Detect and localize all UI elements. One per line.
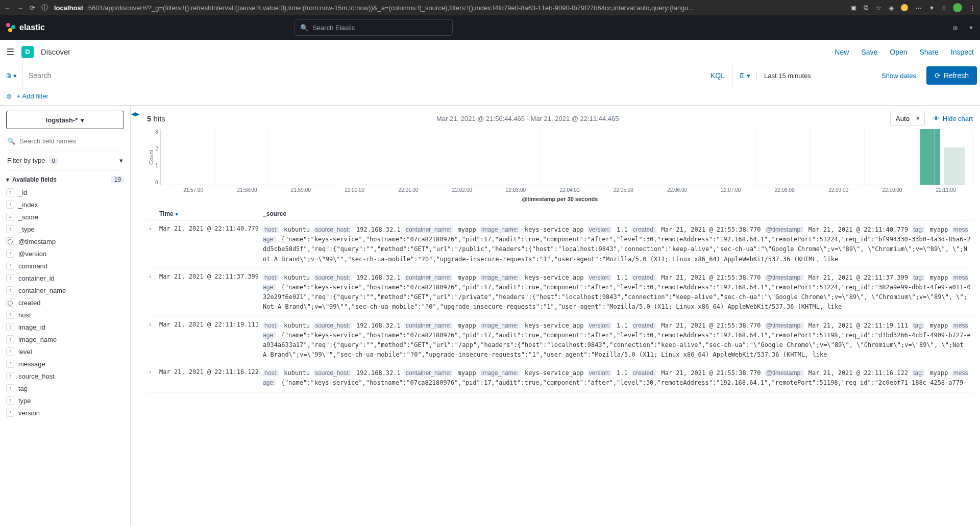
field-item[interactable]: tcontainer_id [6,272,124,284]
chevron-down-icon: ▾ [6,176,9,183]
filter-by-type[interactable]: Filter by type 0 ▾ [6,151,124,171]
app-link-new[interactable]: New [835,48,849,56]
refresh-button[interactable]: ⟳Refresh [926,66,977,85]
field-name: message [18,360,45,368]
field-item[interactable]: tcontainer_name [6,284,124,296]
field-item[interactable]: @timestamp [6,235,124,247]
chart-plot-area[interactable] [160,129,973,185]
source-key: source_host: [313,274,352,281]
field-item[interactable]: tlevel [6,345,124,358]
index-pattern-select[interactable]: logstash-* ▾ [6,111,124,129]
text-type-icon: t [6,311,14,319]
puzzle-icon[interactable]: ✦ [929,4,935,12]
expand-row-button[interactable]: › [147,221,157,269]
hamburger-icon[interactable]: ☰ [6,46,14,58]
news-icon[interactable]: ⊕ [952,24,958,32]
filter-bar: ⊜ + Add filter [0,87,980,106]
ext-icon[interactable]: ≡ [942,4,946,12]
show-dates-link[interactable]: Show dates [874,72,923,80]
table-row: ›Mar 21, 2021 @ 22:11:19.111host: kubunt… [147,316,973,364]
field-item[interactable]: created [6,296,124,309]
add-filter-link[interactable]: + Add filter [17,92,48,100]
forward-icon[interactable]: → [17,4,23,12]
source-key: @timestamp: [765,274,804,281]
query-input[interactable] [22,64,703,87]
chevron-down-icon: ▾ [747,72,750,80]
field-item[interactable]: timage_name [6,333,124,345]
field-item[interactable]: tcommand [6,260,124,272]
field-search-input[interactable] [19,137,123,145]
global-search[interactable]: 🔍 Search Elastic [295,19,453,36]
x-axis-label: @timestamp per 30 seconds [147,196,973,202]
ext-icon[interactable]: ⋯ [915,4,922,12]
text-type-icon: t [6,286,14,294]
text-type-icon: t [6,188,14,196]
text-type-icon: t [6,201,14,209]
histogram-bar[interactable] [920,129,941,185]
text-type-icon: t [6,384,14,392]
field-item[interactable]: ttag [6,382,124,394]
field-item[interactable]: ttype [6,394,124,407]
histogram-chart: Count 3210 [147,129,973,185]
menu-icon[interactable]: ⋮ [969,4,976,12]
collapse-sidebar-button[interactable]: ◀▶ [131,106,140,525]
available-fields-header[interactable]: ▾ Available fields 19 [6,171,124,186]
source-key: host: [263,322,279,329]
elastic-logo[interactable]: elastic [6,23,45,32]
back-icon[interactable]: ← [4,4,11,12]
chevron-down-icon: ▾ [81,116,84,124]
source-key: version: [587,322,612,329]
field-name: _score [18,213,38,221]
field-item[interactable]: t_id [6,186,124,198]
field-name: _type [18,226,35,233]
hide-chart-link[interactable]: 👁Hide chart [933,115,973,122]
table-row: ›Mar 21, 2021 @ 22:11:40.779host: kubunt… [147,221,973,269]
profile-avatar[interactable] [953,3,962,12]
field-item[interactable]: tversion [6,407,124,419]
app-link-inspect[interactable]: Inspect [951,48,974,56]
row-source: host: kubuntu source_host: 192.168.32.1 … [261,268,973,316]
time-range[interactable]: Last 15 minutes [757,72,874,80]
calendar-button[interactable]: 🗓▾ [732,72,757,80]
source-key: @timestamp: [765,226,804,233]
sort-desc-icon: ▼ [175,212,179,217]
ext-icon[interactable]: ⧉ [864,4,868,12]
th-time[interactable]: Time▼ [157,207,261,221]
interval-select[interactable]: Auto [890,111,925,126]
help-icon[interactable]: ✦ [968,24,974,32]
ext-icon[interactable]: ▣ [850,4,856,12]
field-item[interactable]: t@version [6,247,124,260]
text-type-icon: t [6,360,14,368]
info-icon[interactable]: ⓘ [41,3,48,12]
kql-toggle[interactable]: KQL [703,64,732,87]
address-bar[interactable]: localhost :5601/app/discover#/?_g=(filte… [54,4,694,12]
ext-icon[interactable]: ◈ [889,4,894,12]
field-item[interactable]: tmessage [6,358,124,370]
field-item[interactable]: timage_id [6,321,124,333]
th-source[interactable]: _source [261,207,973,221]
reload-icon[interactable]: ⟳ [30,4,35,12]
source-key: version: [587,274,612,281]
field-name: host [18,311,31,319]
field-item[interactable]: tsource_host [6,370,124,382]
field-name: container_name [18,287,66,294]
histogram-bar[interactable] [944,147,965,185]
expand-row-button[interactable]: › [147,268,157,316]
expand-row-button[interactable]: › [147,364,157,392]
field-item[interactable]: t_type [6,223,124,235]
app-link-open[interactable]: Open [890,48,907,56]
field-name: created [18,299,40,307]
field-item[interactable]: thost [6,309,124,321]
filter-icon[interactable]: ⊜ [6,92,12,100]
field-item[interactable]: t_index [6,198,124,211]
row-timestamp: Mar 21, 2021 @ 22:11:40.779 [157,221,261,269]
ext-icon[interactable] [901,4,908,11]
star-icon[interactable]: ☆ [875,4,881,12]
field-name: type [18,397,31,405]
app-link-save[interactable]: Save [861,48,877,56]
app-link-share[interactable]: Share [920,48,939,56]
expand-row-button[interactable]: › [147,316,157,364]
filter-type-label: Filter by type [7,157,45,164]
saved-queries-button[interactable]: 🗎▾ [0,64,22,87]
field-item[interactable]: #_score [6,211,124,223]
